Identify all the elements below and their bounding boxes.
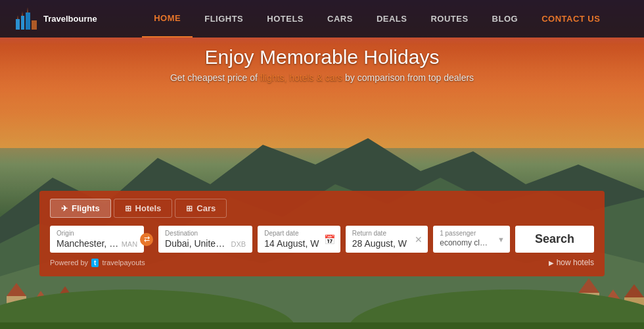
tab-flights[interactable]: ✈ Flights <box>50 199 111 218</box>
powered-by-label: Powered by <box>50 259 88 266</box>
nav-links: HOME FLIGHTS HOTELS CARS DEALS ROUTES BL… <box>124 0 631 38</box>
passengers-value: economy class <box>440 238 503 247</box>
svg-rect-21 <box>26 13 30 30</box>
nav-contact[interactable]: CONTACT US <box>530 0 612 38</box>
destination-label: Destination <box>165 230 246 237</box>
passengers-label: 1 passenger <box>440 230 503 237</box>
origin-field[interactable]: Origin Manchester, Unic MAN ⇄ <box>50 226 144 253</box>
travelpayouts-label: travelpayouts <box>102 259 145 266</box>
show-hotels-label: how hotels <box>557 258 594 267</box>
tab-hotels[interactable]: ⊞ Hotels <box>114 199 173 218</box>
passengers-field[interactable]: 1 passenger economy class ▼ <box>433 226 510 253</box>
hero-section: Travelbourne HOME FLIGHTS HOTELS CARS DE… <box>0 0 644 329</box>
nav-blog[interactable]: BLOG <box>480 0 530 38</box>
travelpayouts-logo: t <box>91 259 99 267</box>
subtitle-highlight: flights, hotels & cars <box>260 72 342 83</box>
search-panel: ✈ Flights ⊞ Hotels ⊞ Cars Origin Manches… <box>39 191 605 276</box>
return-clear-icon[interactable]: ✕ <box>415 234 423 245</box>
depart-calendar-icon: 📅 <box>324 234 335 245</box>
hotels-icon: ⊞ <box>125 204 131 213</box>
destination-code: DXB <box>231 240 246 248</box>
return-value: 28 August, W <box>352 238 422 249</box>
cars-icon: ⊞ <box>186 204 193 213</box>
tab-flights-label: Flights <box>72 203 100 213</box>
tab-cars[interactable]: ⊞ Cars <box>175 199 227 218</box>
logo[interactable]: Travelbourne <box>13 6 97 32</box>
nav-deals[interactable]: DEALS <box>365 0 419 38</box>
brand-name: Travelbourne <box>43 14 97 24</box>
search-bottom-row: Powered by t travelpayouts ▶ how hotels <box>50 258 594 267</box>
hero-text-container: Enjoy Memorable Holidays Get cheapest pr… <box>0 46 644 83</box>
search-fields-row: Origin Manchester, Unic MAN ⇄ Destinatio… <box>50 226 594 253</box>
show-hotels-link[interactable]: ▶ how hotels <box>549 258 594 267</box>
logo-icon <box>13 6 39 32</box>
passengers-chevron-icon: ▼ <box>497 236 505 243</box>
hero-subtitle: Get cheapest price of flights, hotels & … <box>0 72 644 83</box>
nav-routes[interactable]: ROUTES <box>419 0 480 38</box>
destination-field[interactable]: Destination Dubai, United Arab E DXB <box>158 226 252 253</box>
svg-rect-20 <box>21 16 24 30</box>
svg-rect-25 <box>32 20 37 30</box>
nav-home[interactable]: HOME <box>142 0 193 38</box>
flights-icon: ✈ <box>61 204 68 213</box>
hero-title: Enjoy Memorable Holidays <box>0 46 644 68</box>
origin-label: Origin <box>57 230 137 237</box>
destination-value: Dubai, United Arab E <box>165 238 228 249</box>
navbar: Travelbourne HOME FLIGHTS HOTELS CARS DE… <box>0 0 644 38</box>
swap-button[interactable]: ⇄ <box>140 233 153 246</box>
powered-by: Powered by t travelpayouts <box>50 259 145 267</box>
origin-value: Manchester, Unic <box>57 238 119 249</box>
origin-code: MAN <box>122 240 137 248</box>
nav-flights[interactable]: FLIGHTS <box>193 0 255 38</box>
arrow-right-icon: ▶ <box>549 259 554 266</box>
svg-rect-19 <box>16 19 20 30</box>
nav-hotels[interactable]: HOTELS <box>255 0 315 38</box>
depart-date-field[interactable]: Depart date 14 August, W 📅 <box>258 226 340 253</box>
tab-hotels-label: Hotels <box>135 203 162 213</box>
tab-cars-label: Cars <box>196 203 216 213</box>
nav-cars[interactable]: CARS <box>315 0 365 38</box>
return-date-field[interactable]: Return date 28 August, W ✕ <box>346 226 428 253</box>
search-button[interactable]: Search <box>515 226 594 253</box>
return-label: Return date <box>352 230 422 237</box>
search-tabs: ✈ Flights ⊞ Hotels ⊞ Cars <box>50 199 594 218</box>
subtitle-post: by comparison from top dealers <box>342 72 474 83</box>
subtitle-pre: Get cheapest price of <box>170 72 260 83</box>
